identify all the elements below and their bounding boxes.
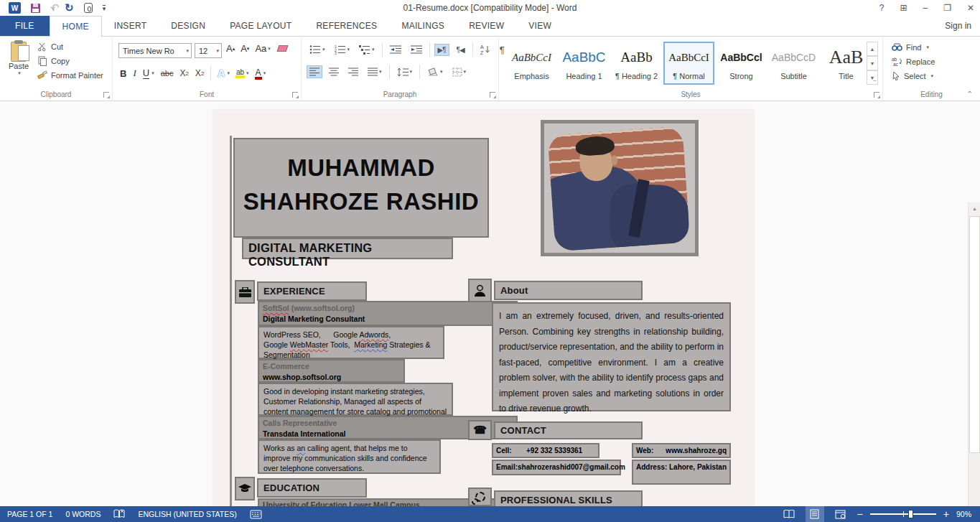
- experience-job1-skills[interactable]: WordPress SEO, Google Adwords,Google Web…: [258, 326, 444, 359]
- increase-indent-button[interactable]: [409, 44, 424, 55]
- zoom-slider-thumb[interactable]: [908, 510, 913, 518]
- copy-button[interactable]: Copy: [37, 56, 103, 66]
- highlight-color-button[interactable]: ab: [236, 68, 244, 78]
- format-painter-button[interactable]: Format Painter: [37, 70, 103, 80]
- zoom-in-icon[interactable]: +: [943, 511, 949, 518]
- zoom-out-icon[interactable]: −: [857, 511, 863, 518]
- italic-button[interactable]: I: [133, 67, 136, 79]
- shading-button[interactable]: ▾: [425, 66, 445, 78]
- font-dialog-launcher-icon[interactable]: [292, 92, 298, 98]
- skills-heading[interactable]: PROFESSIONAL SKILLS: [494, 490, 643, 506]
- keyboard-icon[interactable]: [250, 510, 262, 519]
- underline-button[interactable]: U: [143, 67, 149, 79]
- tab-design[interactable]: DESIGN: [159, 16, 218, 36]
- select-button[interactable]: Select▾: [892, 71, 935, 80]
- sign-in-link[interactable]: Sign in: [945, 21, 971, 31]
- clipboard-dialog-launcher-icon[interactable]: [103, 92, 109, 98]
- style-heading1[interactable]: AaBbC Heading 1: [559, 42, 610, 85]
- contact-web-row[interactable]: Web: www.shahroze.gq: [632, 443, 731, 458]
- sort-button[interactable]: AZ: [478, 43, 493, 56]
- help-icon[interactable]: ?: [879, 3, 885, 13]
- paragraph-dialog-launcher-icon[interactable]: [490, 92, 495, 98]
- styles-scroll-up-icon[interactable]: ▲: [867, 42, 878, 56]
- style-title[interactable]: AaB Title: [821, 42, 872, 85]
- cut-button[interactable]: Cut: [37, 42, 103, 52]
- style-strong[interactable]: AaBbCcl Strong: [716, 42, 767, 85]
- contact-cell-row[interactable]: Cell: +92 332 5339361: [492, 443, 599, 458]
- about-heading[interactable]: About: [494, 281, 643, 300]
- styles-gallery-more-icon[interactable]: ▼̲: [867, 70, 878, 85]
- tab-file[interactable]: FILE: [0, 16, 50, 36]
- contact-heading[interactable]: CONTACT: [494, 421, 643, 439]
- read-mode-button[interactable]: [780, 506, 798, 522]
- style-normal[interactable]: AaBbCcI ¶ Normal: [663, 42, 714, 85]
- clear-formatting-button[interactable]: [276, 45, 287, 52]
- grow-font-button[interactable]: A▴: [226, 43, 235, 54]
- subscript-button[interactable]: X2: [179, 68, 188, 78]
- scroll-up-icon[interactable]: ▲: [969, 202, 980, 215]
- document-page[interactable]: MUHAMMAD SHAHROZE RASHID DIGITAL MARKETI…: [213, 110, 754, 506]
- resume-name-box[interactable]: MUHAMMAD SHAHROZE RASHID: [233, 138, 489, 238]
- paste-button[interactable]: Paste ▾: [6, 42, 32, 95]
- style-emphasis[interactable]: AaBbCcI Emphasis: [506, 42, 557, 85]
- superscript-button[interactable]: X2: [195, 68, 204, 78]
- graduation-cap-icon[interactable]: [235, 477, 255, 500]
- font-size-combobox[interactable]: 12▾: [195, 43, 222, 58]
- style-subtitle[interactable]: AaBbCcD Subtitle: [768, 42, 819, 85]
- experience-job2-header[interactable]: E-Commerce www.shop.softsol.org: [258, 359, 405, 383]
- resume-job-title-box[interactable]: DIGITAL MARKETING CONSULTANT: [242, 238, 453, 259]
- justify-button[interactable]: ▾: [365, 66, 384, 78]
- word-count[interactable]: 0 WORDS: [65, 510, 101, 518]
- close-icon[interactable]: ✕: [967, 3, 974, 13]
- multilevel-list-button[interactable]: ▾: [357, 43, 377, 56]
- language-indicator[interactable]: ENGLISH (UNITED STATES): [138, 510, 236, 518]
- vertical-scrollbar[interactable]: ▲ ▼: [968, 202, 980, 506]
- ribbon-display-options-icon[interactable]: ⊞: [900, 3, 907, 13]
- styles-scroll-down-icon[interactable]: ▼: [867, 56, 878, 70]
- experience-job2-desc[interactable]: Good in developing instant marketing str…: [258, 383, 453, 416]
- strikethrough-button[interactable]: abc: [161, 69, 174, 78]
- tab-references[interactable]: REFERENCES: [304, 16, 389, 36]
- scrollbar-thumb[interactable]: [969, 216, 980, 453]
- zoom-slider[interactable]: [870, 513, 936, 515]
- tab-view[interactable]: VIEW: [516, 16, 564, 36]
- styles-dialog-launcher-icon[interactable]: [874, 92, 879, 98]
- tab-insert[interactable]: INSERT: [102, 16, 159, 36]
- restore-icon[interactable]: ❐: [943, 3, 951, 13]
- left-to-right-button[interactable]: ▶¶: [435, 45, 449, 55]
- tab-review[interactable]: REVIEW: [457, 16, 516, 36]
- experience-heading[interactable]: EXPERIENCE: [257, 281, 367, 301]
- minimize-icon[interactable]: –: [923, 3, 928, 13]
- font-color-button[interactable]: A: [256, 67, 261, 80]
- experience-job1-header[interactable]: SoftSol (www.softsol.org) Digital Market…: [258, 301, 518, 326]
- tab-page-layout[interactable]: PAGE LAYOUT: [218, 16, 304, 36]
- font-family-combobox[interactable]: Times New Ro▾: [118, 43, 192, 58]
- experience-job3-desc[interactable]: Works as an calling agent, that helps me…: [258, 439, 441, 474]
- bold-button[interactable]: B: [120, 68, 126, 79]
- contact-email-row[interactable]: Email: shahrozerashid007@gmail.com: [492, 460, 621, 475]
- photo-frame[interactable]: [541, 120, 699, 256]
- proofing-errors-icon[interactable]: [113, 509, 125, 519]
- find-button[interactable]: Find▾: [892, 43, 935, 52]
- page-count[interactable]: PAGE 1 OF 1: [7, 510, 52, 518]
- align-right-button[interactable]: [346, 66, 360, 78]
- print-layout-button[interactable]: [806, 506, 824, 522]
- tab-mailings[interactable]: MAILINGS: [389, 16, 457, 36]
- text-effects-button[interactable]: A: [218, 67, 225, 79]
- person-icon[interactable]: [468, 279, 492, 302]
- about-text[interactable]: I am an extremely focused, driven, and r…: [492, 302, 731, 411]
- line-spacing-button[interactable]: ▾: [395, 66, 415, 78]
- style-heading2[interactable]: AaBb ¶ Heading 2: [611, 42, 662, 85]
- web-layout-button[interactable]: [831, 506, 850, 522]
- zoom-level[interactable]: 90%: [956, 510, 971, 518]
- briefcase-icon[interactable]: [235, 280, 255, 304]
- education-heading[interactable]: EDUCATION: [257, 478, 367, 498]
- align-left-button[interactable]: [307, 66, 322, 78]
- collapse-ribbon-icon[interactable]: ⌃: [967, 90, 973, 98]
- replace-button[interactable]: abac Replace: [892, 57, 935, 66]
- phone-icon[interactable]: ☎: [468, 420, 492, 440]
- shrink-font-button[interactable]: A▾: [241, 43, 249, 54]
- align-center-button[interactable]: [327, 66, 341, 78]
- contact-address-row[interactable]: Address: Lahore, Pakistan: [632, 460, 731, 485]
- gears-icon[interactable]: [468, 488, 492, 506]
